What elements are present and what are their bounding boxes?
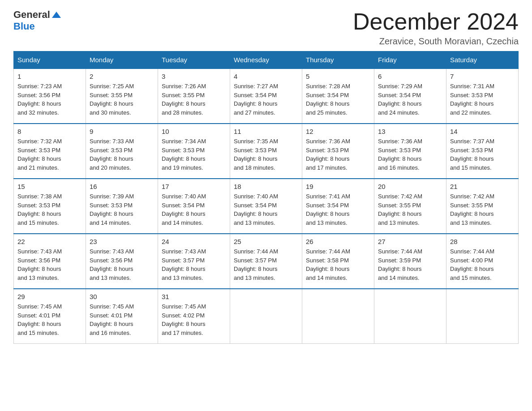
- calendar-header-row: Sunday Monday Tuesday Wednesday Thursday…: [14, 51, 519, 69]
- table-row: 26 Sunrise: 7:44 AM Sunset: 3:58 PM Dayl…: [302, 234, 374, 289]
- day-info: Sunrise: 7:43 AM Sunset: 3:56 PM Dayligh…: [90, 247, 154, 282]
- logo-blue-text: Blue: [13, 21, 61, 32]
- day-number: 15: [17, 183, 82, 190]
- day-number: 26: [306, 238, 370, 245]
- table-row: 15 Sunrise: 7:38 AM Sunset: 3:53 PM Dayl…: [14, 179, 86, 234]
- day-number: 16: [90, 183, 154, 190]
- day-info: Sunrise: 7:44 AM Sunset: 3:57 PM Dayligh…: [234, 247, 298, 282]
- table-row: 18 Sunrise: 7:40 AM Sunset: 3:54 PM Dayl…: [230, 179, 302, 234]
- day-number: 22: [17, 238, 82, 245]
- table-row: 3 Sunrise: 7:26 AM Sunset: 3:55 PM Dayli…: [158, 68, 230, 124]
- table-row: 22 Sunrise: 7:43 AM Sunset: 3:56 PM Dayl…: [14, 234, 86, 289]
- day-info: Sunrise: 7:44 AM Sunset: 3:59 PM Dayligh…: [378, 247, 442, 282]
- day-info: Sunrise: 7:32 AM Sunset: 3:53 PM Dayligh…: [17, 137, 82, 172]
- col-tuesday: Tuesday: [158, 51, 230, 69]
- table-row: 11 Sunrise: 7:35 AM Sunset: 3:53 PM Dayl…: [230, 124, 302, 179]
- day-info: Sunrise: 7:42 AM Sunset: 3:55 PM Dayligh…: [378, 192, 442, 227]
- col-wednesday: Wednesday: [230, 51, 302, 69]
- day-number: 27: [378, 238, 442, 245]
- day-number: 21: [450, 183, 515, 190]
- table-row: [230, 289, 302, 344]
- table-row: 21 Sunrise: 7:42 AM Sunset: 3:55 PM Dayl…: [446, 179, 519, 234]
- col-friday: Friday: [374, 51, 446, 69]
- table-row: [374, 289, 446, 344]
- day-number: 14: [450, 128, 515, 135]
- calendar-table: Sunday Monday Tuesday Wednesday Thursday…: [13, 51, 519, 344]
- day-number: 31: [162, 293, 226, 300]
- day-info: Sunrise: 7:27 AM Sunset: 3:54 PM Dayligh…: [234, 82, 298, 117]
- day-number: 24: [162, 238, 226, 245]
- day-info: Sunrise: 7:35 AM Sunset: 3:53 PM Dayligh…: [234, 137, 298, 172]
- calendar-week-row: 22 Sunrise: 7:43 AM Sunset: 3:56 PM Dayl…: [14, 234, 519, 289]
- day-number: 1: [17, 73, 82, 80]
- table-row: [302, 289, 374, 344]
- col-monday: Monday: [86, 51, 158, 69]
- day-info: Sunrise: 7:43 AM Sunset: 3:57 PM Dayligh…: [162, 247, 226, 282]
- table-row: 10 Sunrise: 7:34 AM Sunset: 3:53 PM Dayl…: [158, 124, 230, 179]
- day-number: 4: [234, 73, 298, 80]
- table-row: 19 Sunrise: 7:41 AM Sunset: 3:54 PM Dayl…: [302, 179, 374, 234]
- day-info: Sunrise: 7:40 AM Sunset: 3:54 PM Dayligh…: [162, 192, 226, 227]
- day-number: 10: [162, 128, 226, 135]
- day-info: Sunrise: 7:37 AM Sunset: 3:53 PM Dayligh…: [450, 137, 515, 172]
- table-row: 23 Sunrise: 7:43 AM Sunset: 3:56 PM Dayl…: [86, 234, 158, 289]
- day-info: Sunrise: 7:26 AM Sunset: 3:55 PM Dayligh…: [162, 82, 226, 117]
- day-info: Sunrise: 7:23 AM Sunset: 3:56 PM Dayligh…: [17, 82, 82, 117]
- table-row: 5 Sunrise: 7:28 AM Sunset: 3:54 PM Dayli…: [302, 68, 374, 124]
- calendar-week-row: 8 Sunrise: 7:32 AM Sunset: 3:53 PM Dayli…: [14, 124, 519, 179]
- day-number: 9: [90, 128, 154, 135]
- table-row: 1 Sunrise: 7:23 AM Sunset: 3:56 PM Dayli…: [14, 68, 86, 124]
- title-area: December 2024 Zeravice, South Moravian, …: [353, 9, 519, 47]
- day-number: 8: [17, 128, 82, 135]
- day-info: Sunrise: 7:33 AM Sunset: 3:53 PM Dayligh…: [90, 137, 154, 172]
- day-info: Sunrise: 7:29 AM Sunset: 3:54 PM Dayligh…: [378, 82, 442, 117]
- day-number: 25: [234, 238, 298, 245]
- table-row: 29 Sunrise: 7:45 AM Sunset: 4:01 PM Dayl…: [14, 289, 86, 344]
- day-number: 13: [378, 128, 442, 135]
- day-number: 20: [378, 183, 442, 190]
- day-info: Sunrise: 7:34 AM Sunset: 3:53 PM Dayligh…: [162, 137, 226, 172]
- day-info: Sunrise: 7:44 AM Sunset: 3:58 PM Dayligh…: [306, 247, 370, 282]
- col-thursday: Thursday: [302, 51, 374, 69]
- day-number: 17: [162, 183, 226, 190]
- day-info: Sunrise: 7:25 AM Sunset: 3:55 PM Dayligh…: [90, 82, 154, 117]
- day-number: 28: [450, 238, 515, 245]
- day-number: 3: [162, 73, 226, 80]
- table-row: 24 Sunrise: 7:43 AM Sunset: 3:57 PM Dayl…: [158, 234, 230, 289]
- day-info: Sunrise: 7:45 AM Sunset: 4:02 PM Dayligh…: [162, 302, 226, 337]
- day-info: Sunrise: 7:36 AM Sunset: 3:53 PM Dayligh…: [378, 137, 442, 172]
- day-number: 11: [234, 128, 298, 135]
- table-row: 25 Sunrise: 7:44 AM Sunset: 3:57 PM Dayl…: [230, 234, 302, 289]
- table-row: 30 Sunrise: 7:45 AM Sunset: 4:01 PM Dayl…: [86, 289, 158, 344]
- day-info: Sunrise: 7:36 AM Sunset: 3:53 PM Dayligh…: [306, 137, 370, 172]
- table-row: 9 Sunrise: 7:33 AM Sunset: 3:53 PM Dayli…: [86, 124, 158, 179]
- day-number: 12: [306, 128, 370, 135]
- calendar-week-row: 1 Sunrise: 7:23 AM Sunset: 3:56 PM Dayli…: [14, 68, 519, 124]
- table-row: 20 Sunrise: 7:42 AM Sunset: 3:55 PM Dayl…: [374, 179, 446, 234]
- logo-general-text: General: [13, 9, 50, 21]
- table-row: 28 Sunrise: 7:44 AM Sunset: 4:00 PM Dayl…: [446, 234, 519, 289]
- day-info: Sunrise: 7:31 AM Sunset: 3:53 PM Dayligh…: [450, 82, 515, 117]
- day-info: Sunrise: 7:38 AM Sunset: 3:53 PM Dayligh…: [17, 192, 82, 227]
- logo-triangle-icon: [52, 12, 61, 18]
- table-row: 31 Sunrise: 7:45 AM Sunset: 4:02 PM Dayl…: [158, 289, 230, 344]
- page-header: General Blue December 2024 Zeravice, Sou…: [13, 9, 519, 47]
- month-title: December 2024: [353, 9, 519, 34]
- day-number: 2: [90, 73, 154, 80]
- table-row: 13 Sunrise: 7:36 AM Sunset: 3:53 PM Dayl…: [374, 124, 446, 179]
- table-row: 4 Sunrise: 7:27 AM Sunset: 3:54 PM Dayli…: [230, 68, 302, 124]
- day-info: Sunrise: 7:45 AM Sunset: 4:01 PM Dayligh…: [17, 302, 82, 337]
- calendar-week-row: 29 Sunrise: 7:45 AM Sunset: 4:01 PM Dayl…: [14, 289, 519, 344]
- day-info: Sunrise: 7:45 AM Sunset: 4:01 PM Dayligh…: [90, 302, 154, 337]
- day-info: Sunrise: 7:28 AM Sunset: 3:54 PM Dayligh…: [306, 82, 370, 117]
- table-row: 6 Sunrise: 7:29 AM Sunset: 3:54 PM Dayli…: [374, 68, 446, 124]
- day-number: 23: [90, 238, 154, 245]
- table-row: 16 Sunrise: 7:39 AM Sunset: 3:53 PM Dayl…: [86, 179, 158, 234]
- day-info: Sunrise: 7:39 AM Sunset: 3:53 PM Dayligh…: [90, 192, 154, 227]
- day-number: 5: [306, 73, 370, 80]
- table-row: 17 Sunrise: 7:40 AM Sunset: 3:54 PM Dayl…: [158, 179, 230, 234]
- table-row: [446, 289, 519, 344]
- day-info: Sunrise: 7:43 AM Sunset: 3:56 PM Dayligh…: [17, 247, 82, 282]
- day-info: Sunrise: 7:41 AM Sunset: 3:54 PM Dayligh…: [306, 192, 370, 227]
- table-row: 7 Sunrise: 7:31 AM Sunset: 3:53 PM Dayli…: [446, 68, 519, 124]
